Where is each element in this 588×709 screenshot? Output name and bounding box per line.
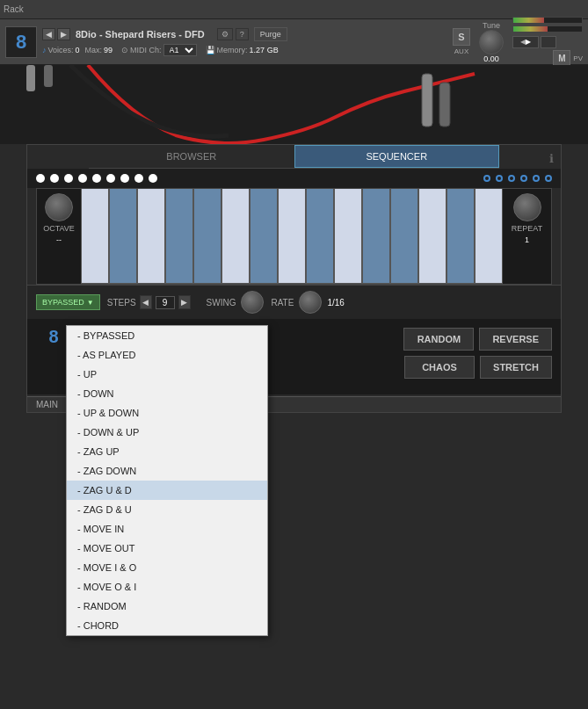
- swing-section: SWING: [207, 291, 265, 314]
- key-5[interactable]: [193, 189, 221, 284]
- steps-section: STEPS ◀ 9 ▶: [107, 295, 191, 309]
- step-dot-5[interactable]: [92, 174, 101, 183]
- key-13[interactable]: [418, 189, 446, 284]
- dropdown-item-random[interactable]: - RANDOM: [67, 597, 267, 616]
- step-dot-6[interactable]: [106, 174, 115, 183]
- midi-channel-select[interactable]: A1: [163, 44, 197, 56]
- step-dot-8[interactable]: [134, 174, 143, 183]
- bypass-button[interactable]: BYPASSED ▼: [36, 294, 100, 310]
- dropdown-item-zag-down[interactable]: - ZAG DOWN: [67, 461, 267, 481]
- dropdown-item-as-played[interactable]: - AS PLAYED: [67, 345, 267, 365]
- controls-row: BYPASSED ▼ STEPS ◀ 9 ▶ SWING RATE 1/16: [27, 285, 561, 319]
- repeat-knob[interactable]: [513, 193, 541, 221]
- key-6[interactable]: [221, 189, 250, 284]
- steps-prev-button[interactable]: ◀: [140, 295, 152, 309]
- step-dot-2[interactable]: [50, 174, 59, 183]
- key-9[interactable]: [306, 189, 334, 284]
- key-14[interactable]: [446, 189, 475, 284]
- step-dot-14[interactable]: [533, 175, 540, 182]
- level-meters: ◀ ▶: [512, 17, 583, 48]
- dropdown-item-down[interactable]: - DOWN: [67, 384, 267, 403]
- octave-knob[interactable]: [45, 193, 73, 221]
- instrument-icon: 8: [5, 26, 37, 58]
- key-12[interactable]: [390, 189, 418, 284]
- reverse-button[interactable]: REVERSE: [479, 328, 552, 351]
- dropdown-item-up[interactable]: - UP: [67, 365, 267, 384]
- svg-rect-1: [422, 74, 432, 127]
- cables-svg: [0, 65, 588, 144]
- dropdown-menu: - BYPASSED - AS PLAYED - UP - DOWN - UP …: [66, 325, 268, 636]
- buttons-row-1: RANDOM REVERSE: [247, 328, 552, 351]
- svg-rect-3: [26, 65, 35, 91]
- rate-section: RATE 1/16: [271, 291, 344, 314]
- random-button[interactable]: RANDOM: [403, 328, 474, 351]
- rate-knob[interactable]: [299, 291, 322, 314]
- key-2[interactable]: [109, 189, 137, 284]
- dropdown-item-move-i-o[interactable]: - MOVE I & O: [67, 558, 267, 577]
- steps-next-button[interactable]: ▶: [178, 295, 191, 309]
- chaos-button[interactable]: CHAOS: [404, 356, 475, 379]
- dropdown-item-zag-up[interactable]: - ZAG UP: [67, 442, 267, 461]
- dropdown-item-up-down[interactable]: - UP & DOWN: [67, 403, 267, 423]
- step-dot-10[interactable]: [483, 175, 490, 182]
- key-10[interactable]: [334, 189, 362, 284]
- tab-bar: BROWSER SEQUENCER: [89, 145, 499, 169]
- tune-knob[interactable]: [479, 30, 504, 54]
- key-3[interactable]: [137, 189, 165, 284]
- pv-label: PV: [573, 54, 583, 62]
- step-dot-9[interactable]: [149, 174, 157, 183]
- step-dot-13[interactable]: [520, 175, 527, 182]
- step-dot-15[interactable]: [545, 175, 552, 182]
- settings-button[interactable]: ⚙: [217, 28, 233, 40]
- dropdown-item-bypassed[interactable]: - BYPASSED: [67, 326, 267, 345]
- dropdown-item-move-in[interactable]: - MOVE IN: [67, 519, 267, 539]
- instrument-title: 8Dio - Shepard Risers - DFD: [76, 29, 205, 40]
- swing-label: SWING: [207, 298, 236, 307]
- voices-info: ♪ Voices: 0 Max: 99: [42, 46, 113, 54]
- step-dot-11[interactable]: [496, 175, 503, 182]
- step-dot-12[interactable]: [508, 175, 515, 182]
- key-4[interactable]: [165, 189, 193, 284]
- nav-prev-button[interactable]: ◀: [42, 28, 55, 40]
- key-15[interactable]: [475, 189, 503, 284]
- rate-value: 1/16: [327, 298, 344, 307]
- tune-label: Tune: [483, 21, 500, 30]
- key-8[interactable]: [278, 189, 306, 284]
- nav-next-button[interactable]: ▶: [57, 28, 70, 40]
- instrument-header: 8 ◀ ▶ 8Dio - Shepard Risers - DFD ⚙ ? Pu…: [0, 19, 588, 65]
- repeat-label: REPEAT: [512, 224, 542, 233]
- dropdown-item-zag-u-d[interactable]: - ZAG U & D: [67, 481, 267, 500]
- dropdown-item-zag-d-u[interactable]: - ZAG D & U: [67, 500, 267, 519]
- steps-label: STEPS: [107, 298, 136, 307]
- tab-sequencer[interactable]: SEQUENCER: [294, 145, 500, 168]
- dropdown-item-move-out[interactable]: - MOVE OUT: [67, 539, 267, 558]
- s-button[interactable]: S: [453, 28, 470, 46]
- buttons-row-2: CHAOS STRETCH: [247, 356, 552, 379]
- info-button[interactable]: ?: [236, 28, 249, 40]
- key-7[interactable]: [250, 189, 278, 284]
- key-1[interactable]: [81, 189, 109, 284]
- buttons-section: RANDOM REVERSE CHAOS STRETCH: [247, 328, 552, 379]
- dropdown-item-chord[interactable]: - CHORD: [67, 616, 267, 635]
- info-icon[interactable]: ℹ: [549, 152, 554, 165]
- stretch-button[interactable]: STRETCH: [480, 356, 552, 379]
- purge-button[interactable]: Purge: [254, 27, 287, 41]
- tab-browser[interactable]: BROWSER: [89, 145, 294, 168]
- octave-value: --: [56, 235, 62, 244]
- step-dot-7[interactable]: [120, 174, 129, 183]
- step-dot-1[interactable]: [36, 174, 45, 183]
- tune-value: 0.00: [483, 54, 499, 63]
- cable-area: [0, 65, 588, 144]
- steps-nav: ◀: [140, 295, 152, 309]
- instrument-controls: ◀ ▶ 8Dio - Shepard Risers - DFD ⚙ ? Purg…: [42, 27, 447, 56]
- step-dot-4[interactable]: [78, 174, 87, 183]
- key-11[interactable]: [362, 189, 390, 284]
- rack-bar: Rack: [0, 0, 588, 19]
- dropdown-item-move-o-i[interactable]: - MOVE O & I: [67, 577, 267, 597]
- piano-area: OCTAVE --: [36, 188, 552, 285]
- dropdown-item-down-up[interactable]: - DOWN & UP: [67, 423, 267, 442]
- keys-container: [81, 189, 503, 284]
- step-dot-3[interactable]: [64, 174, 73, 183]
- swing-knob[interactable]: [241, 291, 264, 314]
- rate-label: RATE: [271, 298, 294, 307]
